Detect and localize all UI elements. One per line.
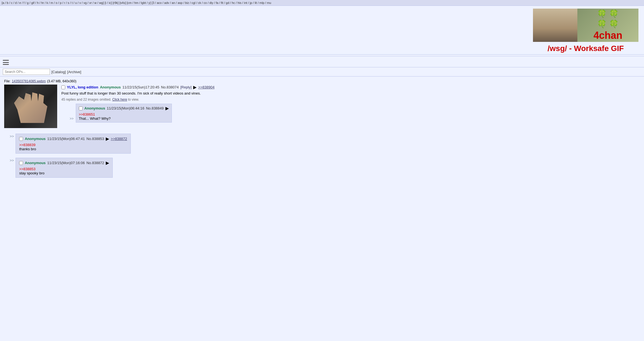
reply-2-name: Anonymous [25, 161, 46, 165]
header: 🍀 🍀 🍀 🍀 4chan /wsg/ - Worksafe GIF [0, 6, 644, 55]
reply-1-reply-link[interactable]: >>838872 [111, 137, 127, 141]
reply-2-arrow: >> [10, 158, 14, 162]
reply-1-name: Anonymous [25, 137, 46, 141]
nested-reply-section: >> Anonymous 11/23/15(Mon)06:44:16 No.83… [70, 104, 640, 124]
file-label: File: [4, 79, 11, 83]
omitted-info: 45 replies and 22 images omitted. Click … [61, 98, 640, 101]
thread-container: File: 1435037814085.webm (3.47 MB, 640x3… [0, 77, 644, 180]
click-here-link[interactable]: Click here [112, 98, 127, 101]
reply-post-1: >> Anonymous 11/23/15(Mon)06:47:41 No.83… [10, 134, 640, 154]
mascot-image [533, 9, 577, 42]
reply-1-post-no: No.838853 [86, 137, 104, 141]
reply-post-2: >> Anonymous 11/23/15(Mon)07:16:06 No.83… [10, 158, 640, 178]
reply-2-post-no: No.838872 [86, 161, 104, 165]
op-post-section: YLYL, long edition Anonymous 11/22/15(Su… [61, 85, 640, 124]
nested-reply-arrow: >> [70, 117, 74, 121]
board-title: /wsg/ - Worksafe GIF [533, 44, 638, 53]
reply-1-header: Anonymous 11/23/15(Mon)06:47:41 No.83885… [19, 136, 127, 141]
play-icon: ▶ [193, 85, 197, 90]
op-thumbnail [4, 85, 57, 128]
reply-2-play-icon: ▶ [106, 160, 109, 166]
op-post-number: No.838074 [161, 85, 179, 89]
reply-2-body: >>838853 stay spooky bro [19, 167, 109, 175]
archive-link[interactable]: [Archive] [67, 70, 81, 74]
nested-reply-play-icon: ▶ [165, 106, 169, 111]
op-body-text: Post funny stuff that is longer than 30 … [61, 91, 201, 95]
to-view-text: to view. [128, 98, 139, 101]
clover-icon-1: 🍀 [597, 9, 607, 18]
file-link[interactable]: 1435037814085.webm [12, 79, 46, 83]
search-input[interactable] [3, 69, 50, 75]
toolbar [0, 58, 644, 67]
op-time: 11/22/15(Sun)17:20:45 [122, 85, 159, 89]
nested-reply-checkbox[interactable] [79, 106, 83, 110]
clover-icon-2: 🍀 [609, 9, 619, 18]
reply-1-time: 11/23/15(Mon)06:47:41 [47, 137, 85, 141]
clover-icon-3: 🍀 [597, 19, 607, 29]
reply-2-post: Anonymous 11/23/15(Mon)07:16:06 No.83887… [16, 158, 113, 178]
reply-1-quote[interactable]: >>838839 [19, 143, 36, 147]
menu-icon[interactable] [3, 60, 9, 65]
thumb-image [14, 90, 47, 123]
nested-reply-name: Anonymous [84, 106, 105, 110]
reply-2-text: stay spooky bro [19, 171, 44, 175]
nested-reply-text: That... What? Why? [79, 116, 111, 121]
file-meta: (3.47 MB, 640x360) [47, 79, 76, 83]
op-name: Anonymous [100, 85, 121, 89]
reply-1-play-icon: ▶ [106, 136, 109, 141]
op-post-header: YLYL, long edition Anonymous 11/22/15(Su… [61, 85, 640, 90]
omitted-text: 45 replies and 22 images omitted. [61, 98, 111, 101]
op-reply-ref[interactable]: >>838904 [198, 85, 215, 89]
nested-reply-header: Anonymous 11/23/15(Mon)06:44:16 No.83884… [79, 106, 169, 111]
reply-1-arrow: >> [10, 134, 14, 138]
reply-1-post: Anonymous 11/23/15(Mon)06:47:41 No.83885… [16, 134, 130, 154]
chan-logo-text: 4chan [593, 30, 622, 41]
reply-2-checkbox[interactable] [19, 161, 23, 165]
nested-reply-body: >>838651 That... What? Why? [79, 112, 169, 121]
board-list: [a / b / c / d / e / f / g / gif / h / h… [2, 1, 271, 4]
reply-1-text: thanks bro [19, 147, 36, 151]
top-nav: [a / b / c / d / e / f / g / gif / h / h… [0, 0, 644, 6]
nested-reply-time: 11/23/15(Mon)06:44:16 [107, 106, 144, 110]
nested-reply-post-no: No.838849 [146, 106, 164, 110]
logo-container: 🍀 🍀 🍀 🍀 4chan [533, 9, 638, 42]
logo-image: 🍀 🍀 🍀 🍀 4chan [533, 9, 638, 42]
header-right: 🍀 🍀 🍀 🍀 4chan /wsg/ - Worksafe GIF [533, 9, 638, 53]
file-info: File: 1435037814085.webm (3.47 MB, 640x3… [4, 79, 640, 83]
op-subject: YLYL, long edition [67, 85, 98, 89]
op-post: File: 1435037814085.webm (3.47 MB, 640x3… [4, 79, 640, 129]
reply-1-body: >>838839 thanks bro [19, 143, 127, 151]
op-checkbox[interactable] [61, 85, 65, 89]
reply-1-checkbox[interactable] [19, 137, 23, 141]
nested-reply-quote[interactable]: >>838651 [79, 112, 95, 116]
reply-2-quote[interactable]: >>838853 [19, 167, 36, 171]
nested-reply-post: Anonymous 11/23/15(Mon)06:44:16 No.83884… [76, 104, 172, 123]
clover-icon-4: 🍀 [609, 19, 619, 29]
reply-2-time: 11/23/15(Mon)07:16:06 [47, 161, 85, 165]
reply-2-header: Anonymous 11/23/15(Mon)07:16:06 No.83887… [19, 160, 109, 166]
op-post-body: Post funny stuff that is longer than 30 … [61, 91, 640, 95]
clover-area: 🍀 🍀 🍀 🍀 4chan [577, 9, 638, 41]
search-bar: [Catalog] [Archive] [0, 67, 644, 77]
catalog-link[interactable]: [Catalog] [51, 70, 66, 74]
op-reply-link[interactable]: [Reply] [180, 85, 192, 89]
